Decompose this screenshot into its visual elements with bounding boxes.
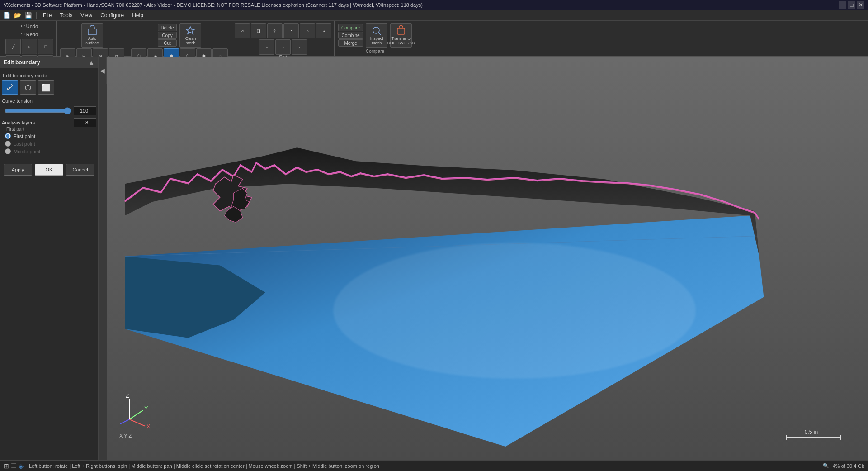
inspect-mesh-icon bbox=[371, 25, 382, 36]
close-button[interactable]: ✕ bbox=[857, 1, 864, 9]
transfer-label: Transfer to SOLIDWORKS bbox=[387, 36, 415, 45]
menu-file[interactable]: File bbox=[39, 11, 55, 19]
titlebar-title: VXelements - 3D Software Platform - Hand… bbox=[4, 2, 423, 8]
merge-label: Merge bbox=[344, 41, 357, 46]
last-point-label: Last point bbox=[14, 141, 35, 147]
transfer-solidworks-button[interactable]: Transfer to SOLIDWORKS bbox=[390, 23, 412, 48]
panel-close-button[interactable]: ▲ bbox=[88, 59, 94, 66]
middle-point-radio-row[interactable]: Middle point bbox=[5, 148, 93, 154]
edit-btn-9[interactable]: ⬪ bbox=[292, 39, 307, 55]
minimize-button[interactable]: — bbox=[839, 1, 846, 9]
delete-label: Delete bbox=[161, 25, 174, 30]
edit-btn-6[interactable]: ⬧ bbox=[316, 23, 331, 38]
view-icon[interactable]: ◈ bbox=[19, 462, 24, 470]
apply-button[interactable]: Apply bbox=[4, 164, 32, 176]
toolbar-save-btn[interactable]: 💾 bbox=[24, 11, 33, 20]
curve-mode-icon: 🖊 bbox=[6, 83, 14, 91]
combine-label: Combine bbox=[342, 33, 360, 38]
circle-icon: ○ bbox=[28, 44, 30, 49]
compare-top: Compare Combine Merge Inspect mesh bbox=[338, 23, 412, 48]
copy-label: Copy bbox=[162, 33, 172, 38]
edit-btn-8[interactable]: ⬩ bbox=[275, 39, 291, 55]
panel-header: Edit boundary ▲ bbox=[0, 57, 98, 68]
middle-point-radio[interactable] bbox=[5, 148, 11, 154]
first-point-radio-row[interactable]: First point bbox=[5, 133, 93, 139]
toolbar-group-compare: Compare Combine Merge Inspect mesh bbox=[335, 21, 415, 56]
ok-button[interactable]: OK bbox=[35, 164, 63, 176]
mode-btn-box[interactable]: ⬜ bbox=[38, 80, 54, 95]
compare-label: Compare bbox=[341, 25, 360, 30]
clean-mesh-button[interactable]: Clean mesh bbox=[179, 23, 201, 48]
menu-configure[interactable]: Configure bbox=[97, 11, 127, 19]
delete-button[interactable]: Delete bbox=[158, 24, 177, 31]
copy-button[interactable]: Copy bbox=[158, 32, 177, 39]
viewport[interactable]: Z Y X X Y Z 0.5 in bbox=[107, 57, 868, 460]
maximize-button[interactable]: □ bbox=[848, 1, 855, 9]
analysis-layers-input[interactable] bbox=[74, 118, 96, 127]
edit-btn-7[interactable]: ⬨ bbox=[259, 39, 274, 55]
first-point-label[interactable]: First point bbox=[14, 133, 35, 139]
edit-btn-1[interactable]: ⊿ bbox=[235, 23, 250, 38]
curve-tension-input[interactable] bbox=[74, 106, 96, 115]
clean-mesh-icon bbox=[185, 25, 196, 36]
svg-rect-0 bbox=[88, 29, 96, 35]
cancel-button[interactable]: Cancel bbox=[66, 164, 94, 176]
circle-tool-btn[interactable]: ○ bbox=[22, 39, 37, 54]
xyz-label: X Y Z bbox=[119, 433, 132, 438]
edit-btn-2[interactable]: ◨ bbox=[251, 23, 266, 38]
rect-tool-btn[interactable]: □ bbox=[38, 39, 53, 54]
undo-button[interactable]: ↩ Undo bbox=[19, 22, 40, 30]
menubar-separator bbox=[36, 12, 37, 19]
clean-mesh-label: Clean mesh bbox=[185, 36, 196, 45]
panel-collapse-button[interactable]: ◀ bbox=[99, 57, 107, 84]
menu-view[interactable]: View bbox=[77, 11, 96, 19]
redo-label: Redo bbox=[26, 32, 38, 37]
main-layout: Edit boundary ▲ Edit boundary mode 🖊 ⬡ ⬜… bbox=[0, 57, 868, 460]
edit-btn-5[interactable]: ⬦ bbox=[300, 23, 315, 38]
curve-tension-slider[interactable] bbox=[5, 107, 71, 114]
edit-tools: ⊿ ◨ ⊹ ⋱ ⬦ ⬧ bbox=[235, 23, 331, 38]
statusbar-message: Left button: rotate | Left + Right butto… bbox=[29, 463, 821, 469]
menubar: 📄 📂 💾 File Tools View Configure Help bbox=[0, 10, 868, 21]
add-entity-tools: ╱ ○ □ bbox=[5, 39, 53, 54]
last-point-radio[interactable] bbox=[5, 141, 11, 147]
svg-text:Y: Y bbox=[144, 405, 148, 412]
auto-surface-icon bbox=[87, 25, 98, 36]
toolbar-group-edit: ⊿ ◨ ⊹ ⋱ ⬦ ⬧ ⬨ ⬩ ⬪ Edit bbox=[232, 21, 335, 56]
mode-btn-curve[interactable]: 🖊 bbox=[2, 80, 18, 95]
last-point-radio-row[interactable]: Last point bbox=[5, 141, 93, 147]
menu-help[interactable]: Help bbox=[128, 11, 147, 19]
grid-icon[interactable]: ⊞ bbox=[4, 462, 9, 470]
inspect-mesh-button[interactable]: Inspect mesh bbox=[366, 23, 387, 48]
first-point-radio[interactable] bbox=[5, 133, 11, 139]
statusbar-icons: ⊞ ☰ ◈ bbox=[4, 462, 24, 470]
line-icon: ╱ bbox=[12, 44, 14, 49]
svg-rect-2 bbox=[397, 28, 405, 34]
titlebar-controls: — □ ✕ bbox=[839, 1, 864, 9]
edit-tools2: ⬨ ⬩ ⬪ bbox=[259, 39, 307, 55]
action-buttons-row: Apply OK Cancel bbox=[2, 162, 96, 177]
auto-surface-button[interactable]: Auto surface bbox=[81, 23, 103, 48]
undo-icon: ↩ bbox=[21, 23, 25, 29]
list-icon[interactable]: ☰ bbox=[11, 462, 17, 470]
rect-icon: □ bbox=[44, 44, 47, 49]
edit-btn-4[interactable]: ⋱ bbox=[283, 23, 299, 38]
compare-button[interactable]: Compare bbox=[338, 24, 363, 31]
mode-btn-smooth[interactable]: ⬡ bbox=[20, 80, 36, 95]
svg-text:0.5 in: 0.5 in bbox=[805, 429, 818, 435]
line-tool-btn[interactable]: ╱ bbox=[5, 39, 21, 54]
toolbar-open-btn[interactable]: 📂 bbox=[13, 11, 23, 20]
toolbar-new-btn[interactable]: 📄 bbox=[2, 11, 12, 20]
svg-text:X: X bbox=[146, 423, 150, 430]
redo-button[interactable]: ↪ Redo bbox=[19, 30, 40, 38]
panel-content: Edit boundary mode 🖊 ⬡ ⬜ Curve tension bbox=[0, 68, 98, 460]
menu-tools[interactable]: Tools bbox=[56, 11, 76, 19]
toolbar-group-align: Auto surface ⊞ ⊟ ⊠ ⧉ Align bbox=[57, 21, 127, 56]
titlebar: VXelements - 3D Software Platform - Hand… bbox=[0, 0, 868, 10]
statusbar: ⊞ ☰ ◈ Left button: rotate | Left + Right… bbox=[0, 460, 868, 471]
combine-button[interactable]: Combine bbox=[338, 32, 363, 39]
cut-button[interactable]: Cut bbox=[158, 39, 177, 47]
edit-btn-3[interactable]: ⊹ bbox=[267, 23, 283, 38]
toolbar: ↩ Undo ↪ Redo ╱ ○ □ ◜ ✦ bbox=[0, 21, 868, 57]
merge-button[interactable]: Merge bbox=[338, 39, 363, 47]
